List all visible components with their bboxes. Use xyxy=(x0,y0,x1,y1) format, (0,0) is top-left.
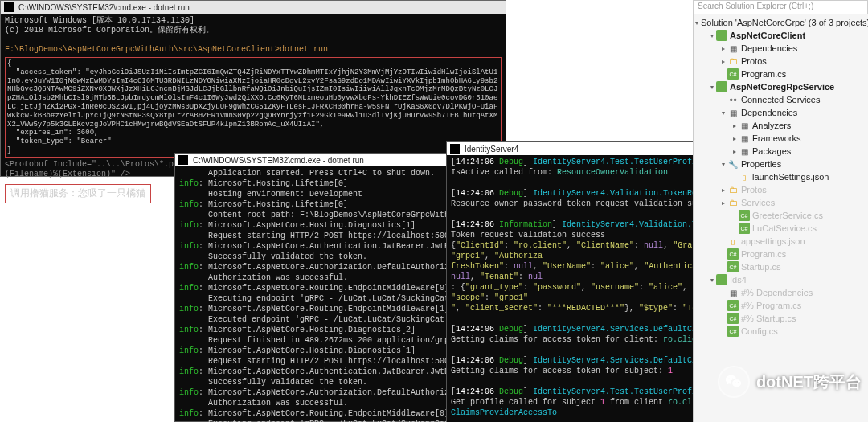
window-title: C:\WINDOWS\SYSTEM32\cmd.exe - dotnet run xyxy=(18,3,190,12)
cs-icon: C# xyxy=(739,210,750,221)
node-label: Config.cs xyxy=(741,326,778,336)
node-label: #% Dependencies xyxy=(741,288,813,297)
expander-icon[interactable]: ▸ xyxy=(719,58,727,65)
wrench-icon: 🔧 xyxy=(727,158,739,170)
cs-icon: C# xyxy=(727,261,739,272)
dep-icon: ▦ xyxy=(739,120,750,131)
tree-node[interactable]: {}launchSettings.json xyxy=(694,170,868,183)
tree-node[interactable]: C#LuCatService.cs xyxy=(694,222,868,235)
os-version: Microsoft Windows [版本 10.0.17134.1130] xyxy=(5,16,502,26)
node-label: Properties xyxy=(741,159,781,169)
node-label: Program.cs xyxy=(741,69,786,79)
cs-icon: C# xyxy=(727,326,739,337)
node-label: Frameworks xyxy=(752,133,801,143)
tree-node[interactable]: C##% Startup.cs xyxy=(694,312,868,325)
cs-icon: C# xyxy=(739,223,750,234)
json-icon: {} xyxy=(739,171,750,182)
tree-node[interactable]: C#Startup.cs xyxy=(694,260,868,273)
node-label: #% Startup.cs xyxy=(741,313,796,323)
tree-node[interactable]: C#Config.cs xyxy=(694,325,868,338)
tree-node[interactable]: ⚯Connected Services xyxy=(694,93,868,106)
node-label: Ids4 xyxy=(730,275,747,285)
tree-node[interactable]: ▾AspNetCoreClient xyxy=(694,29,868,42)
grpc-result-message: 调用撸猫服务：您吸了一只橘猫 xyxy=(5,184,151,203)
expander-icon[interactable]: ▾ xyxy=(719,161,727,168)
cs-icon: C# xyxy=(727,300,739,311)
tree-node[interactable]: ▾▦Dependencies xyxy=(694,106,868,119)
solution-explorer: Search Solution Explorer (Ctrl+;) ▾ Solu… xyxy=(693,0,868,422)
node-label: appsettings.json xyxy=(741,236,805,246)
copyright: (c) 2018 Microsoft Corporation。保留所有权利。 xyxy=(5,26,502,35)
tree-node[interactable]: ▸🗀Protos xyxy=(694,55,868,68)
cmd-icon xyxy=(450,144,460,154)
csproj-icon xyxy=(716,81,727,92)
tree-node[interactable]: ▸🗀Protos xyxy=(694,183,868,196)
watermark: dotNET跨平台 xyxy=(718,366,862,398)
tree-node[interactable]: ▾🔧Properties xyxy=(694,158,868,170)
node-label: AspNetCoregRpcService xyxy=(730,82,834,92)
tree-node[interactable]: {}appsettings.json xyxy=(694,235,868,248)
expander-icon[interactable]: ▸ xyxy=(731,148,739,155)
watermark-text: dotNET跨平台 xyxy=(756,371,862,393)
folder-icon: 🗀 xyxy=(727,184,739,195)
dep-icon: ▦ xyxy=(727,287,739,298)
expander-icon[interactable]: ▸ xyxy=(731,135,739,142)
node-label: Startup.cs xyxy=(741,262,781,272)
dep-icon: ▦ xyxy=(727,107,739,118)
tree-node[interactable]: ▸▦Frameworks xyxy=(694,132,868,145)
tree-node[interactable]: C##% Program.cs xyxy=(694,299,868,312)
cmd-window-client-token: C:\WINDOWS\SYSTEM32\cmd.exe - dotnet run… xyxy=(0,0,506,177)
solution-label: Solution 'AspNetCoreGrpc' (3 of 3 projec… xyxy=(701,18,868,27)
tree-node[interactable]: C#Program.cs xyxy=(694,68,868,80)
expander-icon[interactable]: ▸ xyxy=(719,186,727,194)
cmd-icon xyxy=(4,2,14,12)
cs-icon: C# xyxy=(727,248,739,260)
search-input[interactable]: Search Solution Explorer (Ctrl+;) xyxy=(694,0,868,14)
access-token-json: { "access_token": "eyJhbGciOiJSUzI1NiIsI… xyxy=(5,57,502,158)
node-label: AspNetCoreClient xyxy=(730,31,805,40)
titlebar[interactable]: C:\WINDOWS\SYSTEM32\cmd.exe - dotnet run xyxy=(1,1,506,14)
node-label: Connected Services xyxy=(741,95,820,104)
folder-icon: 🗀 xyxy=(727,197,739,208)
solution-tree: ▾ Solution 'AspNetCoreGrpc' (3 of 3 proj… xyxy=(694,14,868,339)
node-label: launchSettings.json xyxy=(752,172,829,182)
tree-node[interactable]: ▸▦Analyzers xyxy=(694,119,868,132)
node-label: Analyzers xyxy=(752,121,791,130)
expander-icon[interactable]: ▸ xyxy=(719,199,727,207)
solution-node[interactable]: ▾ Solution 'AspNetCoreGrpc' (3 of 3 proj… xyxy=(694,16,868,29)
expander-icon[interactable]: ▾ xyxy=(708,84,716,91)
tree-node[interactable]: ▾AspNetCoregRpcService xyxy=(694,80,868,93)
chevron-down-icon[interactable]: ▾ xyxy=(695,19,698,27)
prompt-line: F:\BlogDemos\AspNetCoreGrpcWithAuth\src\… xyxy=(5,45,502,55)
json-icon: {} xyxy=(727,236,739,247)
tree-node[interactable]: ▸🗀Services xyxy=(694,196,868,209)
expander-icon[interactable]: ▾ xyxy=(719,109,727,117)
expander-icon[interactable]: ▾ xyxy=(708,32,716,39)
conn-icon: ⚯ xyxy=(727,94,739,105)
expander-icon[interactable]: ▸ xyxy=(731,122,739,129)
cmd-icon xyxy=(178,155,188,165)
node-label: Dependencies xyxy=(741,108,797,117)
dep-icon: ▦ xyxy=(739,133,750,144)
wechat-icon xyxy=(718,366,750,398)
csproj-icon xyxy=(716,274,727,285)
expander-icon[interactable]: ▾ xyxy=(708,277,716,284)
cs-icon: C# xyxy=(727,68,739,80)
tree-node[interactable]: ▦#% Dependencies xyxy=(694,286,868,299)
tree-node[interactable]: C#GreeterService.cs xyxy=(694,209,868,222)
tree-node[interactable]: C#Program.cs xyxy=(694,248,868,260)
dep-icon: ▦ xyxy=(739,145,750,157)
node-label: Services xyxy=(741,198,775,207)
node-label: LuCatService.cs xyxy=(752,223,817,233)
csproj-icon xyxy=(716,30,727,41)
tree-node[interactable]: ▸▦Dependencies xyxy=(694,42,868,55)
tree-node[interactable]: ▸▦Packages xyxy=(694,145,868,158)
folder-icon: 🗀 xyxy=(727,55,739,67)
tree-node[interactable]: ▾Ids4 xyxy=(694,273,868,286)
expander-icon[interactable]: ▸ xyxy=(719,45,727,52)
window-title: C:\WINDOWS\SYSTEM32\cmd.exe - dotnet run xyxy=(193,156,364,165)
node-label: Protos xyxy=(741,185,767,195)
node-label: Protos xyxy=(741,56,767,66)
node-label: #% Program.cs xyxy=(741,301,801,310)
cs-icon: C# xyxy=(727,313,739,324)
